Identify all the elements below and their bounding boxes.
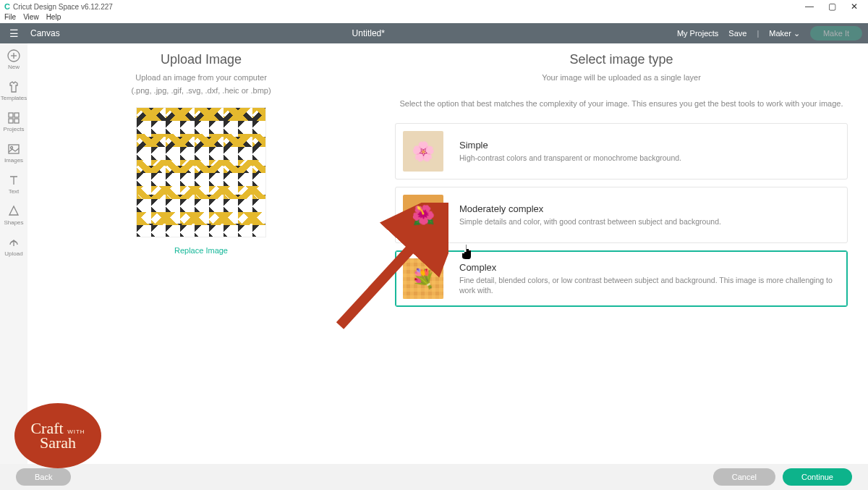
svg-rect-4 [14, 113, 19, 117]
sidebar-label: Images [4, 157, 23, 164]
flower-icon: 💐 [412, 268, 435, 290]
hamburger-icon[interactable]: ☰ [0, 28, 27, 39]
upload-title: Upload Image [27, 52, 375, 67]
canvas-label[interactable]: Canvas [27, 28, 60, 38]
svg-rect-6 [14, 119, 19, 123]
svg-rect-3 [9, 113, 13, 117]
main-content: Upload Image Upload an image from your c… [27, 43, 868, 464]
sidebar-label: Templates [1, 95, 27, 101]
option-simple[interactable]: 🌸 Simple High-contrast colors and transp… [395, 123, 848, 179]
option-moderate-thumb: 🌺 [403, 195, 443, 235]
watermark-badge: Craft WITH Sarah [14, 403, 101, 468]
flower-icon: 🌺 [412, 204, 435, 227]
option-moderate[interactable]: 🌺 Moderately complex Simple details and … [395, 187, 848, 243]
menu-bar: File View Help [0, 13, 868, 23]
sidebar-label: Projects [4, 126, 25, 132]
sidebar-item-projects[interactable]: Projects [0, 111, 27, 132]
my-projects-link[interactable]: My Projects [677, 29, 718, 38]
app-title: Cricut Design Space v6.12.227 [13, 3, 113, 11]
window-maximize-icon[interactable]: ▢ [828, 1, 836, 12]
shirt-icon [7, 80, 20, 93]
menu-help[interactable]: Help [46, 13, 61, 23]
select-type-sub2: Select the option that best matches the … [375, 98, 868, 111]
image-icon [7, 143, 20, 156]
svg-rect-5 [9, 119, 13, 123]
left-toolbar: New Templates Projects Images Text Shape… [0, 43, 27, 464]
save-link[interactable]: Save [728, 29, 746, 38]
option-complex-desc: Fine detail, blended colors, or low cont… [459, 276, 840, 295]
select-image-type-panel: Select image type Your image will be upl… [375, 43, 868, 464]
footer-bar: Back Cancel Continue [0, 464, 868, 490]
upload-image-panel: Upload Image Upload an image from your c… [27, 43, 375, 464]
cancel-button[interactable]: Cancel [713, 468, 775, 486]
select-type-title: Select image type [375, 52, 868, 67]
option-complex[interactable]: 💐 Complex Fine detail, blended colors, o… [395, 250, 848, 307]
device-dropdown[interactable]: Maker ⌄ [769, 29, 800, 38]
sidebar-item-shapes[interactable]: Shapes [0, 205, 27, 226]
back-button[interactable]: Back [16, 468, 71, 486]
sidebar-label: New [8, 64, 20, 70]
plus-circle-icon [7, 49, 20, 62]
sidebar-item-images[interactable]: Images [0, 143, 27, 164]
sidebar-item-templates[interactable]: Templates [0, 80, 27, 101]
sidebar-item-new[interactable]: New [0, 49, 27, 70]
header-separator: | [757, 29, 759, 38]
window-titlebar: C Cricut Design Space v6.12.227 — ▢ ✕ [0, 0, 868, 13]
option-moderate-title: Moderately complex [459, 203, 721, 214]
sidebar-label: Shapes [4, 219, 23, 226]
sidebar-label: Text [9, 188, 20, 195]
menu-view[interactable]: View [23, 13, 39, 23]
sidebar-item-upload[interactable]: Upload [0, 236, 27, 257]
option-simple-title: Simple [459, 140, 681, 151]
document-title: Untitled* [60, 28, 677, 38]
app-header: ☰ Canvas Untitled* My Projects Save | Ma… [0, 23, 868, 43]
option-complex-title: Complex [459, 262, 840, 273]
text-icon [7, 174, 20, 187]
make-it-button[interactable]: Make It [810, 26, 862, 41]
menu-file[interactable]: File [4, 13, 16, 23]
option-simple-desc: High-contrast colors and transparent or … [459, 153, 681, 164]
svg-marker-9 [9, 206, 18, 215]
flower-icon: 🌸 [412, 140, 435, 163]
select-type-sub1: Your image will be uploaded as a single … [375, 72, 868, 85]
chevron-down-icon: ⌄ [793, 29, 800, 38]
upload-icon [7, 236, 20, 249]
sidebar-item-text[interactable]: Text [0, 174, 27, 195]
app-logo-icon: C [4, 2, 10, 11]
shapes-icon [7, 205, 20, 218]
continue-button[interactable]: Continue [783, 468, 852, 486]
window-close-icon[interactable]: ✕ [851, 1, 858, 12]
uploaded-image-preview [136, 107, 266, 237]
upload-subtitle-1: Upload an image from your computer [27, 72, 375, 85]
window-minimize-icon[interactable]: — [805, 1, 814, 12]
grid-icon [7, 111, 20, 124]
option-simple-thumb: 🌸 [403, 131, 443, 172]
sidebar-label: Upload [4, 250, 22, 257]
upload-subtitle-2: (.png, .jpg, .gif, .svg, .dxf, .heic or … [27, 85, 375, 98]
option-complex-thumb: 💐 [403, 258, 443, 299]
svg-point-8 [11, 147, 13, 149]
replace-image-link[interactable]: Replace Image [174, 246, 228, 255]
badge-line2: Sarah [40, 434, 76, 452]
option-moderate-desc: Simple details and color, with good cont… [459, 217, 721, 227]
